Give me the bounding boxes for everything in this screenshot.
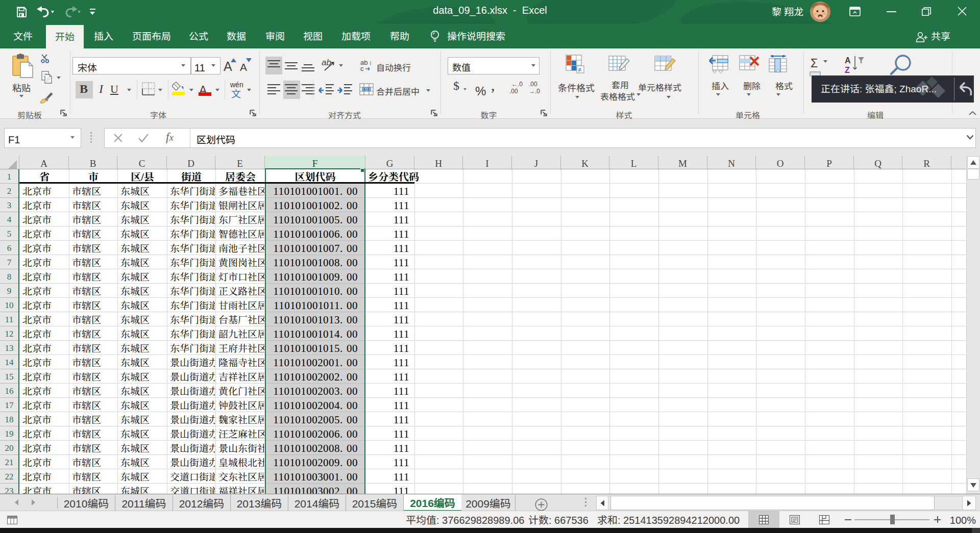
- svg-text:.00: .00: [509, 86, 518, 95]
- svg-text:≠: ≠: [578, 64, 581, 74]
- svg-text:→.0: →.0: [529, 86, 540, 95]
- svg-text:c: c: [360, 63, 364, 71]
